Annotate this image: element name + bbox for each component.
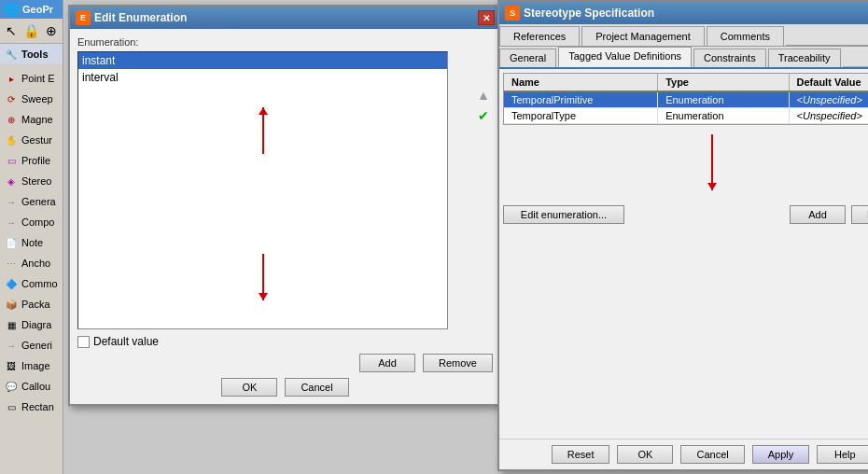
dialog-close-button[interactable]: ✕ [478, 10, 495, 25]
down-arrow-indicator [711, 134, 713, 190]
col-type: Type [658, 74, 789, 91]
stereo-second-tabs: General Tagged Value Definitions Constra… [499, 47, 868, 69]
stereo-footer: Reset OK Cancel Apply Help [499, 439, 868, 469]
rectan-icon: ▭ [4, 399, 19, 414]
sidebar-label-rectan: Rectan [21, 401, 54, 412]
cell-default-1: <Unspecified> [790, 108, 868, 123]
edit-enumeration-dialog: E Edit Enumeration ✕ Enumeration: [68, 5, 502, 406]
tab-constraints[interactable]: Constraints [693, 49, 766, 67]
sidebar-item-genera[interactable]: → Genera [0, 191, 63, 212]
cell-type-0: Enumeration [658, 92, 789, 107]
stereo-dialog-icon: S [505, 6, 520, 21]
stereo-cancel-button[interactable]: Cancel [680, 445, 744, 464]
dialog-title: Edit Enumeration [94, 11, 187, 24]
table-row-temporal-type[interactable]: TemporalType Enumeration <Unspecified> [504, 108, 868, 124]
dialog-icon: E [76, 10, 91, 25]
ok-button[interactable]: OK [221, 378, 277, 397]
sidebar-label-genera: Genera [21, 196, 56, 207]
tab-project-management[interactable]: Project Management [581, 26, 705, 46]
ok-cancel-buttons: OK Cancel [77, 378, 493, 397]
app-title-bar: 🌐 GeoPr [0, 0, 63, 19]
stereo-action-buttons: Add Remove [630, 205, 868, 224]
dialog-bottom: Default value Add Remove OK Cancel [77, 335, 493, 397]
sidebar-label-profile: Profile [21, 155, 50, 166]
sidebar-item-pointe[interactable]: ▸ Point E [0, 68, 63, 89]
enum-sort-arrows: ▲ ✔ [474, 51, 493, 329]
sidebar-label-generi: Generi [21, 340, 52, 351]
stereo-remove-button[interactable]: Remove [851, 205, 868, 224]
sidebar-item-note[interactable]: 📄 Note [0, 232, 63, 253]
tools-icon: 🔧 [4, 47, 19, 62]
sidebar-label-stereo: Stereo [21, 175, 51, 187]
cancel-button[interactable]: Cancel [285, 378, 348, 397]
enum-list[interactable]: instant interval [77, 51, 448, 329]
sidebar: 🌐 GeoPr ↖ 🔒 ⊕ 🔧 Tools ▸ Point E ⟳ Sweep … [0, 0, 63, 474]
stereotype-specification-dialog: S Stereotype Specification ✕ References … [497, 0, 868, 471]
packa-icon: 📦 [4, 297, 19, 312]
genera-icon: → [4, 194, 19, 209]
cursor-icon[interactable]: ↖ [2, 21, 21, 41]
more-icon[interactable]: ⊕ [42, 21, 61, 41]
stereo-icon: ◈ [4, 174, 19, 188]
sidebar-label-gestur: Gestur [21, 134, 52, 146]
diagra-icon: ▦ [4, 317, 19, 332]
sidebar-label-sweep: Sweep [21, 93, 53, 105]
sidebar-toolbar: ↖ 🔒 ⊕ [0, 19, 63, 44]
lock-icon[interactable]: 🔒 [21, 21, 40, 41]
sidebar-label-note: Note [21, 237, 43, 248]
sidebar-label-magne: Magne [21, 114, 53, 125]
stereo-dialog-title: Stereotype Specification [524, 7, 654, 20]
sidebar-item-commo[interactable]: 🔷 Commo [0, 273, 63, 294]
add-remove-buttons: Add Remove [77, 354, 493, 372]
enum-item-instant[interactable]: instant [78, 52, 447, 69]
sidebar-item-magne[interactable]: ⊕ Magne [0, 109, 63, 130]
stereo-bottom-buttons: Edit enumeration... Add Remove [503, 205, 868, 224]
sidebar-item-compo[interactable]: → Compo [0, 212, 63, 232]
default-value-checkbox[interactable] [77, 336, 90, 348]
stereo-content: Name Type Default Value TemporalPrimitiv… [499, 69, 868, 439]
add-button[interactable]: Add [359, 354, 415, 372]
sidebar-item-sweep[interactable]: ⟳ Sweep [0, 89, 63, 109]
tab-comments[interactable]: Comments [707, 26, 784, 46]
sort-down-arrow[interactable]: ✔ [478, 109, 489, 122]
stereo-ok-button[interactable]: OK [617, 445, 673, 464]
tab-references[interactable]: References [499, 26, 580, 46]
sidebar-label-ancho: Ancho [21, 258, 50, 269]
table-row-temporal-primitive[interactable]: TemporalPrimitive Enumeration <Unspecifi… [504, 92, 868, 108]
cell-name-0: TemporalPrimitive [504, 92, 658, 107]
sidebar-label-commo: Commo [21, 278, 58, 289]
sidebar-item-rectan[interactable]: ▭ Rectan [0, 397, 63, 417]
enum-field-label: Enumeration: [77, 36, 493, 48]
sidebar-item-diagra[interactable]: ▦ Diagra [0, 314, 63, 335]
apply-button[interactable]: Apply [752, 445, 810, 464]
sidebar-item-callou[interactable]: 💬 Callou [0, 376, 63, 397]
stereo-titlebar: S Stereotype Specification ✕ [499, 2, 868, 24]
tools-label: Tools [21, 49, 49, 60]
col-default-value: Default Value [790, 74, 868, 91]
reset-button[interactable]: Reset [552, 445, 610, 464]
sidebar-item-tools[interactable]: 🔧 Tools [0, 44, 63, 64]
sidebar-item-generi[interactable]: → Generi [0, 335, 63, 356]
sidebar-item-gestur[interactable]: ✋ Gestur [0, 130, 63, 150]
tab-general[interactable]: General [499, 49, 556, 67]
enum-item-interval[interactable]: interval [78, 69, 447, 86]
sidebar-item-stereo[interactable]: ◈ Stereo [0, 171, 63, 191]
sort-up-arrow[interactable]: ▲ [477, 89, 490, 102]
cell-type-1: Enumeration [658, 108, 789, 123]
generi-icon: → [4, 338, 19, 353]
tab-tagged-value-definitions[interactable]: Tagged Value Definitions [558, 47, 692, 67]
stereo-add-button[interactable]: Add [790, 205, 846, 224]
sidebar-item-profile[interactable]: ▭ Profile [0, 150, 63, 171]
edit-enumeration-button[interactable]: Edit enumeration... [503, 205, 624, 224]
profile-icon: ▭ [4, 153, 19, 168]
sidebar-item-ancho[interactable]: ⋯ Ancho [0, 253, 63, 273]
down-arrow-area [503, 125, 868, 200]
default-value-label: Default value [93, 335, 159, 348]
help-button[interactable]: Help [817, 445, 868, 464]
default-value-row: Default value [77, 335, 493, 348]
sidebar-item-image[interactable]: 🖼 Image [0, 356, 63, 376]
remove-button[interactable]: Remove [423, 354, 493, 372]
sidebar-item-packa[interactable]: 📦 Packa [0, 294, 63, 314]
tab-traceability[interactable]: Traceability [768, 49, 841, 67]
commo-icon: 🔷 [4, 276, 19, 291]
